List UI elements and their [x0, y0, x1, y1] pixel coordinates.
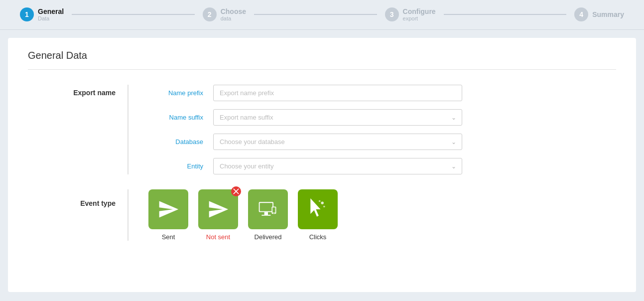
export-name-section: Export name Name prefix Name suffix Expo… — [28, 85, 616, 174]
svg-rect-1 — [260, 203, 273, 211]
step-label-2: Choose data — [221, 7, 246, 22]
not-sent-icon-box — [198, 189, 238, 229]
step-title-2: Choose — [221, 7, 246, 16]
svg-rect-2 — [264, 212, 268, 215]
not-sent-label: Not sent — [206, 233, 230, 241]
not-sent-x-icon — [231, 180, 241, 202]
svg-point-8 — [323, 206, 325, 208]
wizard-steps: 1 General Data 2 Choose data 3 — [20, 7, 624, 22]
svg-point-6 — [273, 213, 274, 214]
not-sent-icon — [207, 198, 229, 220]
section-divider — [128, 85, 129, 174]
wizard-step-2[interactable]: 2 Choose data — [203, 7, 246, 22]
database-select-wrapper: Choose your database ⌄ — [213, 134, 462, 150]
svg-rect-3 — [261, 215, 270, 216]
entity-row: Entity Choose your entity ⌄ — [148, 158, 616, 174]
name-suffix-select[interactable]: Export name suffix — [213, 109, 462, 126]
event-type-delivered[interactable]: Delivered — [248, 189, 288, 241]
clicks-label: Clicks — [309, 233, 327, 241]
page-title: General Data — [28, 50, 616, 70]
wizard-step-4[interactable]: 4 Summary — [574, 7, 624, 21]
step-connector-1 — [72, 14, 195, 15]
name-prefix-label: Name prefix — [148, 89, 203, 97]
name-suffix-label: Name suffix — [148, 114, 203, 121]
step-sub-2: data — [221, 15, 246, 22]
event-type-label: Event type — [80, 199, 116, 207]
wizard-header: 1 General Data 2 Choose data 3 — [0, 0, 644, 30]
sent-label: Sent — [162, 233, 175, 241]
clicks-icon — [307, 198, 329, 220]
step-label-3: Configure export — [403, 7, 436, 22]
delivered-icon-box — [248, 189, 288, 229]
step-title-1: General — [38, 7, 64, 16]
step-title-3: Configure — [403, 7, 436, 16]
step-sub-3: export — [403, 15, 436, 22]
event-type-not-sent[interactable]: Not sent — [198, 189, 238, 241]
event-type-divider — [128, 189, 129, 241]
event-icons: Sent Not sent — [148, 189, 338, 241]
entity-select[interactable]: Choose your entity — [213, 158, 462, 174]
section-label: Export name — [28, 85, 128, 174]
name-prefix-input[interactable] — [213, 85, 462, 101]
wizard-step-1[interactable]: 1 General Data — [20, 7, 64, 22]
main-content: General Data Export name Name prefix Nam… — [8, 38, 636, 292]
name-suffix-row: Name suffix Export name suffix ⌄ — [148, 109, 616, 126]
svg-rect-5 — [272, 207, 275, 212]
entity-label: Entity — [148, 162, 203, 170]
clicks-icon-box — [298, 189, 338, 229]
step-connector-3 — [444, 14, 567, 15]
step-circle-1: 1 — [20, 7, 34, 21]
event-type-clicks[interactable]: Clicks — [298, 189, 338, 241]
database-select[interactable]: Choose your database — [213, 134, 462, 150]
step-connector-2 — [254, 14, 377, 15]
name-prefix-row: Name prefix — [148, 85, 616, 101]
sent-icon-box — [148, 189, 188, 229]
wizard-step-3[interactable]: 3 Configure export — [385, 7, 436, 22]
svg-point-7 — [321, 201, 324, 204]
step-title-4: Summary — [592, 10, 624, 19]
sent-icon — [157, 198, 179, 220]
step-label-1: General Data — [38, 7, 64, 22]
svg-point-9 — [319, 200, 321, 202]
step-sub-1: Data — [38, 15, 64, 22]
name-suffix-select-wrapper: Export name suffix ⌄ — [213, 109, 462, 126]
name-prefix-input-wrapper — [213, 85, 462, 101]
database-label: Database — [148, 138, 203, 146]
not-sent-cancel-badge — [231, 186, 241, 196]
delivered-label: Delivered — [255, 233, 282, 241]
form-fields: Name prefix Name suffix Export name suff… — [148, 85, 616, 174]
event-type-section-label: Event type — [28, 189, 128, 207]
step-circle-4: 4 — [574, 7, 588, 21]
event-type-sent[interactable]: Sent — [148, 189, 188, 241]
step-circle-2: 2 — [203, 7, 217, 21]
database-row: Database Choose your database ⌄ — [148, 134, 616, 150]
delivered-icon — [257, 198, 279, 220]
entity-select-wrapper: Choose your entity ⌄ — [213, 158, 462, 174]
event-type-section: Event type Sent — [28, 189, 616, 241]
step-circle-3: 3 — [385, 7, 399, 21]
step-label-4: Summary — [592, 10, 624, 19]
